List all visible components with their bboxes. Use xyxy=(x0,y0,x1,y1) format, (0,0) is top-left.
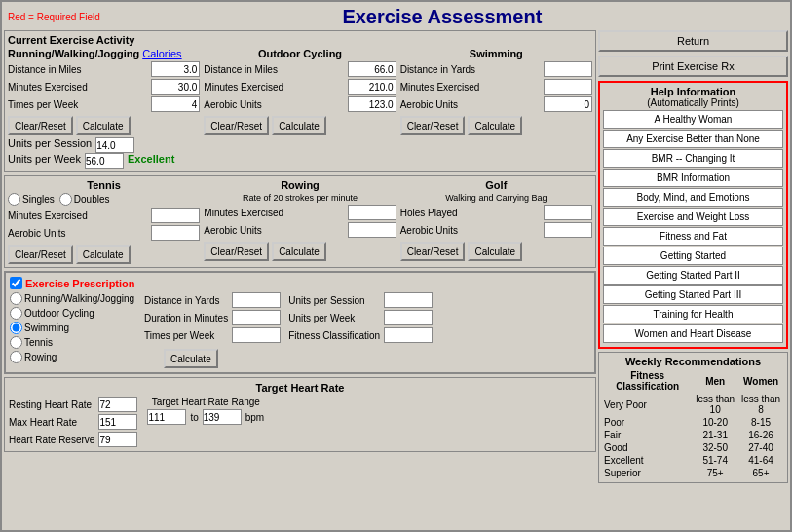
presc-fitness-input[interactable] xyxy=(384,327,433,343)
weekly-row: Poor10-208-15 xyxy=(602,416,784,429)
swimming-clear-btn[interactable]: Clear/Reset xyxy=(400,116,466,135)
page-title: Exercise Assessment xyxy=(100,6,784,28)
help-item-8[interactable]: Getting Started Part II xyxy=(603,266,783,285)
rowing-aerobic-label: Aerobic Units xyxy=(204,225,261,236)
weekly-fitness-cell: Poor xyxy=(602,416,693,429)
tennis-clear-btn[interactable]: Clear/Reset xyxy=(8,245,73,264)
help-item-11[interactable]: Women and Heart Disease xyxy=(603,324,783,343)
tennis-aerobic-label: Aerobic Units xyxy=(8,228,65,239)
swimming-minutes-label: Minutes Exercised xyxy=(400,82,480,93)
tennis-minutes-input[interactable] xyxy=(151,208,200,223)
weekly-men-cell: 10-20 xyxy=(693,416,737,429)
weekly-fitness-cell: Superior xyxy=(602,467,693,479)
help-item-3[interactable]: BMR Information xyxy=(603,169,783,187)
swimming-aerobic-input[interactable] xyxy=(544,96,592,112)
presc-swimming-option[interactable]: Swimming xyxy=(10,322,136,334)
help-item-7[interactable]: Getting Started xyxy=(603,247,783,265)
hr-range-label: Target Heart Rate Range xyxy=(152,397,260,407)
print-btn[interactable]: Print Exercise Rx xyxy=(598,56,788,77)
running-distance-input[interactable] xyxy=(151,61,200,77)
hr-range-high-input[interactable] xyxy=(203,409,242,425)
units-session-input[interactable] xyxy=(95,137,134,153)
presc-running-option[interactable]: Running/Walking/Jogging xyxy=(10,292,136,305)
help-item-0[interactable]: A Healthy Woman xyxy=(603,110,783,129)
help-item-9[interactable]: Getting Started Part III xyxy=(603,285,783,304)
tennis-calc-btn[interactable]: Calculate xyxy=(76,245,131,264)
hr-reserve-input[interactable] xyxy=(98,432,137,447)
presc-duration-input[interactable] xyxy=(232,310,281,325)
weekly-row: Good32-5027-40 xyxy=(602,441,784,454)
golf-calc-btn[interactable]: Calculate xyxy=(468,242,522,261)
presc-fitness-label: Fitness Classification xyxy=(288,330,380,341)
presc-running-radio[interactable] xyxy=(10,292,22,305)
presc-cycling-option[interactable]: Outdoor Cycling xyxy=(10,307,136,320)
tennis-singles-radio[interactable] xyxy=(8,193,20,206)
weekly-men-cell: 21-31 xyxy=(693,429,737,441)
tennis-doubles-option[interactable]: Doubles xyxy=(59,193,110,206)
presc-tennis-radio[interactable] xyxy=(10,336,22,349)
swimming-distance-input[interactable] xyxy=(544,61,592,77)
presc-cycling-radio[interactable] xyxy=(10,307,22,320)
return-btn[interactable]: Return xyxy=(598,30,788,52)
hr-bpm-label: bpm xyxy=(245,412,264,423)
resting-hr-input[interactable] xyxy=(98,397,137,412)
golf-clear-btn[interactable]: Clear/Reset xyxy=(400,242,466,261)
presc-times-input[interactable] xyxy=(232,327,281,343)
tennis-aerobic-input[interactable] xyxy=(151,225,200,241)
running-clear-btn[interactable]: Clear/Reset xyxy=(8,116,73,135)
cycling-clear-btn[interactable]: Clear/Reset xyxy=(204,116,269,135)
golf-subtitle: Walking and Carrying Bag xyxy=(400,193,592,203)
help-item-2[interactable]: BMR -- Changing It xyxy=(603,149,783,168)
help-item-5[interactable]: Exercise and Weight Loss xyxy=(603,208,783,226)
hr-to-label: to xyxy=(190,412,198,423)
units-week-label: Units per Week xyxy=(8,153,81,169)
help-item-10[interactable]: Training for Health xyxy=(603,305,783,323)
presc-units-session-label: Units per Session xyxy=(288,295,364,306)
cycling-calc-btn[interactable]: Calculate xyxy=(272,116,326,135)
help-item-6[interactable]: Fitness and Fat xyxy=(603,227,783,246)
presc-tennis-option[interactable]: Tennis xyxy=(10,336,136,349)
rowing-aerobic-input[interactable] xyxy=(348,222,396,238)
presc-calc-btn[interactable]: Calculate xyxy=(164,349,218,368)
help-item-1[interactable]: Any Exercise Better than None xyxy=(603,130,783,148)
calories-link[interactable]: Calories xyxy=(142,48,181,59)
weekly-fitness-cell: Excellent xyxy=(602,454,693,467)
swimming-aerobic-label: Aerobic Units xyxy=(400,99,458,110)
cycling-distance-label: Distance in Miles xyxy=(204,64,278,75)
running-minutes-input[interactable] xyxy=(151,79,200,95)
tennis-singles-label: Singles xyxy=(22,194,55,205)
weekly-title: Weekly Recommendations xyxy=(602,356,784,367)
hr-range-low-input[interactable] xyxy=(147,409,186,425)
help-item-4[interactable]: Body, Mind, and Emotions xyxy=(603,188,783,207)
running-calc-btn[interactable]: Calculate xyxy=(76,116,131,135)
max-hr-input[interactable] xyxy=(98,414,137,430)
swimming-calc-btn[interactable]: Calculate xyxy=(468,116,522,135)
units-week-input[interactable] xyxy=(85,153,124,169)
prescription-checkbox[interactable] xyxy=(10,277,22,289)
presc-distance-input[interactable] xyxy=(232,292,281,308)
resting-hr-label: Resting Heart Rate xyxy=(9,399,92,410)
cycling-aerobic-input[interactable] xyxy=(348,96,396,112)
rowing-minutes-input[interactable] xyxy=(348,205,396,220)
weekly-col-women: Women xyxy=(737,369,784,393)
weekly-women-cell: 8-15 xyxy=(737,416,784,429)
golf-title: Golf xyxy=(400,179,592,191)
presc-rowing-radio[interactable] xyxy=(10,351,22,363)
cycling-minutes-input[interactable] xyxy=(348,79,396,95)
cycling-distance-input[interactable] xyxy=(348,61,396,77)
presc-units-week-input[interactable] xyxy=(384,310,433,325)
swimming-minutes-input[interactable] xyxy=(544,79,592,95)
presc-units-session-input[interactable] xyxy=(384,292,433,308)
golf-holes-input[interactable] xyxy=(544,205,592,220)
golf-aerobic-input[interactable] xyxy=(544,222,592,238)
rowing-calc-btn[interactable]: Calculate xyxy=(272,242,326,261)
rowing-clear-btn[interactable]: Clear/Reset xyxy=(204,242,269,261)
tennis-singles-option[interactable]: Singles xyxy=(8,193,55,206)
weekly-women-cell: 27-40 xyxy=(737,441,784,454)
running-times-input[interactable] xyxy=(151,96,200,112)
presc-rowing-option[interactable]: Rowing xyxy=(10,351,136,363)
weekly-col-men: Men xyxy=(693,369,737,393)
tennis-doubles-radio[interactable] xyxy=(59,193,72,206)
presc-cycling-label: Outdoor Cycling xyxy=(24,308,94,319)
presc-swimming-radio[interactable] xyxy=(10,322,22,334)
